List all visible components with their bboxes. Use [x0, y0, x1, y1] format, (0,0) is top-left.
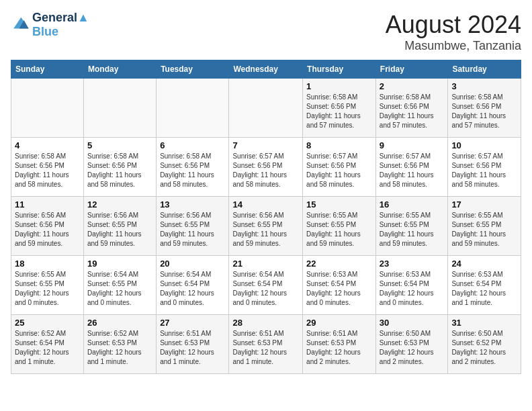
day-detail: Sunrise: 6:56 AM Sunset: 6:56 PM Dayligh…	[15, 211, 80, 248]
day-number: 26	[87, 318, 152, 328]
page-header: General▲ Blue August 2024 Masumbwe, Tanz…	[11, 11, 521, 53]
calendar-cell	[11, 79, 84, 138]
month-title: August 2024	[386, 11, 521, 39]
calendar-cell: 19Sunrise: 6:54 AM Sunset: 6:55 PM Dayli…	[83, 256, 156, 315]
day-detail: Sunrise: 6:58 AM Sunset: 6:56 PM Dayligh…	[306, 93, 372, 130]
day-number: 21	[232, 259, 299, 269]
day-detail: Sunrise: 6:55 AM Sunset: 6:55 PM Dayligh…	[380, 211, 445, 248]
day-number: 1	[306, 81, 372, 91]
calendar-cell: 4Sunrise: 6:58 AM Sunset: 6:56 PM Daylig…	[11, 138, 84, 197]
day-detail: Sunrise: 6:53 AM Sunset: 6:54 PM Dayligh…	[306, 270, 372, 308]
calendar-table: SundayMondayTuesdayWednesdayThursdayFrid…	[11, 60, 521, 374]
calendar-week-row: 4Sunrise: 6:58 AM Sunset: 6:56 PM Daylig…	[11, 138, 521, 197]
calendar-cell: 11Sunrise: 6:56 AM Sunset: 6:56 PM Dayli…	[11, 197, 84, 256]
day-number: 24	[451, 259, 517, 269]
calendar-cell: 8Sunrise: 6:57 AM Sunset: 6:56 PM Daylig…	[303, 138, 376, 197]
calendar-cell: 20Sunrise: 6:54 AM Sunset: 6:54 PM Dayli…	[157, 256, 229, 315]
day-number: 17	[451, 199, 517, 210]
calendar-week-row: 25Sunrise: 6:52 AM Sunset: 6:54 PM Dayli…	[11, 315, 521, 374]
day-number: 25	[15, 318, 80, 328]
day-number: 27	[160, 318, 225, 328]
day-number: 11	[15, 199, 80, 210]
day-detail: Sunrise: 6:51 AM Sunset: 6:53 PM Dayligh…	[232, 329, 299, 367]
day-detail: Sunrise: 6:56 AM Sunset: 6:55 PM Dayligh…	[87, 211, 152, 248]
day-number: 3	[451, 81, 517, 91]
day-detail: Sunrise: 6:50 AM Sunset: 6:52 PM Dayligh…	[451, 329, 517, 367]
calendar-cell: 16Sunrise: 6:55 AM Sunset: 6:55 PM Dayli…	[375, 197, 448, 256]
day-detail: Sunrise: 6:55 AM Sunset: 6:55 PM Dayligh…	[15, 270, 80, 308]
day-number: 22	[306, 259, 372, 269]
calendar-cell: 23Sunrise: 6:53 AM Sunset: 6:54 PM Dayli…	[375, 256, 448, 315]
day-number: 31	[451, 318, 517, 328]
day-number: 29	[306, 318, 372, 328]
day-detail: Sunrise: 6:57 AM Sunset: 6:56 PM Dayligh…	[306, 152, 372, 189]
weekday-header-row: SundayMondayTuesdayWednesdayThursdayFrid…	[11, 60, 521, 79]
calendar-cell: 21Sunrise: 6:54 AM Sunset: 6:54 PM Dayli…	[229, 256, 303, 315]
day-detail: Sunrise: 6:52 AM Sunset: 6:53 PM Dayligh…	[87, 329, 152, 367]
weekday-header-monday: Monday	[83, 60, 156, 79]
day-detail: Sunrise: 6:57 AM Sunset: 6:56 PM Dayligh…	[451, 152, 517, 189]
day-detail: Sunrise: 6:50 AM Sunset: 6:53 PM Dayligh…	[380, 329, 445, 367]
day-detail: Sunrise: 6:56 AM Sunset: 6:55 PM Dayligh…	[160, 211, 225, 248]
logo-icon	[11, 15, 30, 34]
day-number: 2	[380, 81, 445, 91]
weekday-header-wednesday: Wednesday	[229, 60, 303, 79]
calendar-cell: 25Sunrise: 6:52 AM Sunset: 6:54 PM Dayli…	[11, 315, 84, 374]
calendar-cell: 7Sunrise: 6:57 AM Sunset: 6:56 PM Daylig…	[229, 138, 303, 197]
day-detail: Sunrise: 6:54 AM Sunset: 6:54 PM Dayligh…	[160, 270, 225, 308]
day-number: 20	[160, 259, 225, 269]
calendar-cell: 1Sunrise: 6:58 AM Sunset: 6:56 PM Daylig…	[303, 79, 376, 138]
calendar-cell: 27Sunrise: 6:51 AM Sunset: 6:53 PM Dayli…	[157, 315, 229, 374]
calendar-cell: 15Sunrise: 6:55 AM Sunset: 6:55 PM Dayli…	[303, 197, 376, 256]
day-number: 30	[380, 318, 445, 328]
day-detail: Sunrise: 6:57 AM Sunset: 6:56 PM Dayligh…	[232, 152, 299, 189]
weekday-header-tuesday: Tuesday	[157, 60, 229, 79]
day-detail: Sunrise: 6:53 AM Sunset: 6:54 PM Dayligh…	[380, 270, 445, 308]
calendar-cell: 2Sunrise: 6:58 AM Sunset: 6:56 PM Daylig…	[375, 79, 448, 138]
calendar-cell: 6Sunrise: 6:58 AM Sunset: 6:56 PM Daylig…	[157, 138, 229, 197]
day-detail: Sunrise: 6:54 AM Sunset: 6:55 PM Dayligh…	[87, 270, 152, 308]
day-number: 8	[306, 140, 372, 150]
calendar-cell	[83, 79, 156, 138]
calendar-cell: 12Sunrise: 6:56 AM Sunset: 6:55 PM Dayli…	[83, 197, 156, 256]
day-detail: Sunrise: 6:58 AM Sunset: 6:56 PM Dayligh…	[380, 93, 445, 130]
weekday-header-friday: Friday	[375, 60, 448, 79]
day-number: 13	[160, 199, 225, 210]
weekday-header-thursday: Thursday	[303, 60, 376, 79]
day-detail: Sunrise: 6:54 AM Sunset: 6:54 PM Dayligh…	[232, 270, 299, 308]
day-number: 14	[232, 199, 299, 210]
day-detail: Sunrise: 6:51 AM Sunset: 6:53 PM Dayligh…	[160, 329, 225, 367]
day-number: 16	[380, 199, 445, 210]
calendar-cell: 18Sunrise: 6:55 AM Sunset: 6:55 PM Dayli…	[11, 256, 84, 315]
calendar-cell: 30Sunrise: 6:50 AM Sunset: 6:53 PM Dayli…	[375, 315, 448, 374]
title-block: August 2024 Masumbwe, Tanzania	[386, 11, 521, 53]
day-detail: Sunrise: 6:56 AM Sunset: 6:55 PM Dayligh…	[232, 211, 299, 248]
calendar-cell: 29Sunrise: 6:51 AM Sunset: 6:53 PM Dayli…	[303, 315, 376, 374]
calendar-cell	[157, 79, 229, 138]
calendar-cell: 5Sunrise: 6:58 AM Sunset: 6:56 PM Daylig…	[83, 138, 156, 197]
day-detail: Sunrise: 6:58 AM Sunset: 6:56 PM Dayligh…	[160, 152, 225, 189]
calendar-cell: 10Sunrise: 6:57 AM Sunset: 6:56 PM Dayli…	[448, 138, 521, 197]
calendar-cell: 28Sunrise: 6:51 AM Sunset: 6:53 PM Dayli…	[229, 315, 303, 374]
day-number: 5	[87, 140, 152, 150]
day-detail: Sunrise: 6:52 AM Sunset: 6:54 PM Dayligh…	[15, 329, 80, 367]
calendar-cell: 24Sunrise: 6:53 AM Sunset: 6:54 PM Dayli…	[448, 256, 521, 315]
calendar-cell: 9Sunrise: 6:57 AM Sunset: 6:56 PM Daylig…	[375, 138, 448, 197]
day-number: 12	[87, 199, 152, 210]
day-number: 15	[306, 199, 372, 210]
calendar-cell: 31Sunrise: 6:50 AM Sunset: 6:52 PM Dayli…	[448, 315, 521, 374]
day-number: 10	[451, 140, 517, 150]
calendar-cell: 14Sunrise: 6:56 AM Sunset: 6:55 PM Dayli…	[229, 197, 303, 256]
day-number: 19	[87, 259, 152, 269]
calendar-cell: 13Sunrise: 6:56 AM Sunset: 6:55 PM Dayli…	[157, 197, 229, 256]
day-number: 7	[232, 140, 299, 150]
calendar-week-row: 11Sunrise: 6:56 AM Sunset: 6:56 PM Dayli…	[11, 197, 521, 256]
weekday-header-sunday: Sunday	[11, 60, 84, 79]
day-detail: Sunrise: 6:57 AM Sunset: 6:56 PM Dayligh…	[380, 152, 445, 189]
calendar-week-row: 18Sunrise: 6:55 AM Sunset: 6:55 PM Dayli…	[11, 256, 521, 315]
day-detail: Sunrise: 6:58 AM Sunset: 6:56 PM Dayligh…	[87, 152, 152, 189]
calendar-week-row: 1Sunrise: 6:58 AM Sunset: 6:56 PM Daylig…	[11, 79, 521, 138]
day-detail: Sunrise: 6:51 AM Sunset: 6:53 PM Dayligh…	[306, 329, 372, 367]
calendar-cell: 22Sunrise: 6:53 AM Sunset: 6:54 PM Dayli…	[303, 256, 376, 315]
day-number: 6	[160, 140, 225, 150]
